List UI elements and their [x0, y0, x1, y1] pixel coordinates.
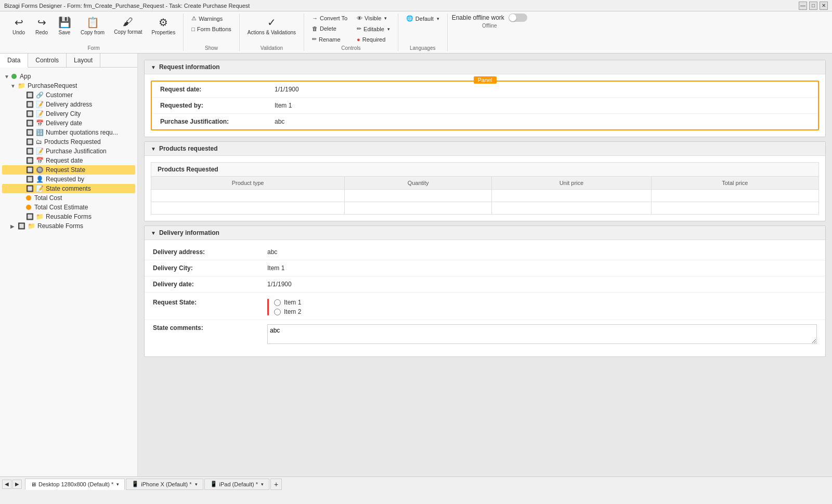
minimize-button[interactable]: — — [799, 2, 807, 10]
tree-item-requested-by[interactable]: 🔲 👤 Requested by — [2, 175, 135, 184]
purchase-justification-label: Purchase Justification: — [160, 118, 275, 125]
nav-right-button[interactable]: ▶ — [12, 480, 22, 489]
tree-item-delivery-city[interactable]: 🔲 📝 Delivery City — [2, 109, 135, 118]
tree-item-delivery-date[interactable]: 🔲 📅 Delivery date — [2, 118, 135, 128]
tab-desktop[interactable]: 🖥 Desktop 1280x800 (Default) * ▾ — [25, 479, 125, 490]
add-tab-button[interactable]: + — [270, 479, 282, 490]
offline-toggle[interactable] — [509, 14, 527, 22]
date-icon: 📅 — [36, 157, 44, 164]
tree-item-total-cost-estimate[interactable]: Total Cost Estimate — [2, 203, 135, 212]
nav-left-button[interactable]: ◀ — [2, 480, 11, 489]
text-icon: 📝 — [36, 148, 44, 155]
show-group-items: ⚠ Warnings □ Form Buttons — [188, 14, 235, 44]
delivery-chevron-icon: ▼ — [151, 230, 156, 236]
actions-validations-button[interactable]: ✓ Actions & Validations — [244, 14, 300, 38]
products-header[interactable]: ▼ Products requested — [145, 142, 825, 156]
toggle-knob — [509, 14, 516, 21]
reusable-forms-label: Reusable Forms — [37, 222, 83, 230]
radio-item-2[interactable]: Item 2 — [274, 308, 301, 315]
default-language-button[interactable]: 🌐 Default ▾ — [402, 14, 443, 23]
requested-by-value: Item 1 — [275, 102, 292, 109]
requested-by-row: Requested by: Item 1 — [152, 98, 818, 114]
editable-button[interactable]: ✏ Editable ▾ — [353, 24, 394, 34]
tree-item-customer[interactable]: 🔲 🔗 Customer — [2, 90, 135, 100]
required-button[interactable]: ● Required — [353, 35, 394, 44]
rename-button[interactable]: ✏ Rename — [308, 34, 351, 44]
tree-item-request-date[interactable]: 🔲 📅 Request date — [2, 156, 135, 165]
desktop-dropdown-icon: ▾ — [116, 482, 119, 487]
field-icon10: 🔲 — [26, 157, 34, 164]
subfield-icon: 🔗 — [36, 91, 44, 99]
bottom-tabs: ◀ ▶ 🖥 Desktop 1280x800 (Default) * ▾ 📱 i… — [0, 476, 832, 491]
field-icon11: 🔲 — [26, 166, 34, 174]
radio-icon: 🔘 — [36, 166, 44, 174]
form-buttons-button[interactable]: □ Form Buttons — [188, 24, 235, 34]
requested-by-field-label: Requested by: — [160, 102, 275, 109]
delete-button[interactable]: 🗑 Delete — [308, 24, 351, 33]
state-comments-input[interactable]: abc — [267, 324, 817, 344]
properties-button[interactable]: ⚙ Properties — [148, 14, 179, 38]
delivery-address-row: Delivery address: abc — [145, 244, 825, 260]
tab-desktop-label: Desktop 1280x800 (Default) * — [38, 481, 113, 487]
tree-item-request-state[interactable]: 🔲 🔘 Request State — [2, 165, 135, 175]
tree-item-delivery-address[interactable]: 🔲 📝 Delivery address — [2, 100, 135, 109]
tab-layout[interactable]: Layout — [67, 54, 100, 67]
delivery-city-label: Delivery City: — [153, 264, 267, 272]
convert-to-button[interactable]: → Convert To — [308, 14, 351, 23]
tree-item-purchase-request[interactable]: ▼ 📁 PurchaseRequest — [2, 81, 135, 90]
field-icon6: 🔲 — [26, 120, 34, 127]
ribbon-group-validation: ✓ Actions & Validations Validation — [240, 14, 304, 51]
ribbon-group-form: ↩ Undo ↪ Redo 💾 Save 📋 Copy from 🖌 — [4, 14, 184, 51]
col-quantity: Quantity — [345, 177, 492, 190]
col-product-type: Product type — [151, 177, 345, 190]
tree-item-number-quotations[interactable]: 🔲 🔢 Number quotations requ... — [2, 128, 135, 137]
field-icon: 🔲 — [26, 91, 34, 99]
offline-group-label: Offline — [482, 23, 497, 29]
title-bar-text: Bizagi Forms Designer - Form: frm_Create… — [4, 3, 250, 9]
tree-item-purchase-justification[interactable]: 🔲 📝 Purchase Justification — [2, 147, 135, 156]
reusable-forms-child-label: Reusable Forms — [46, 213, 92, 220]
reusable-folder-icon: 📁 — [28, 222, 35, 230]
controls-group-items: → Convert To 🗑 Delete ✏ Rename 👁 — [308, 14, 394, 44]
radio-input-2[interactable] — [274, 309, 281, 315]
copy-from-button[interactable]: 📋 Copy from — [77, 14, 108, 38]
customer-label: Customer — [46, 91, 73, 99]
tree-item-products-requested[interactable]: 🔲 🗂 Products Requested — [2, 137, 135, 147]
radio-input-1[interactable] — [274, 299, 281, 306]
request-info-header[interactable]: ▼ Request information — [145, 60, 825, 74]
tree-item-reusable-forms[interactable]: ▶ 🔲 📁 Reusable Forms — [2, 221, 135, 231]
visible-button[interactable]: 👁 Visible ▾ — [353, 14, 394, 23]
nav-arrows: ◀ ▶ — [2, 480, 22, 489]
save-button[interactable]: 💾 Save — [54, 14, 75, 38]
purchase-justification-value: abc — [275, 118, 284, 125]
delivery-address-label: Delivery address — [46, 101, 92, 108]
purchase-request-label: PurchaseRequest — [28, 82, 77, 89]
copy-format-button[interactable]: 🖌 Copy format — [110, 14, 146, 37]
purchase-justification-label: Purchase Justification — [46, 148, 107, 155]
tab-controls[interactable]: Controls — [28, 54, 67, 67]
language-dropdown-icon: ▾ — [437, 16, 439, 21]
delivery-header[interactable]: ▼ Delivery information — [145, 226, 825, 240]
tab-iphone[interactable]: 📱 iPhone X (Default) * ▾ — [126, 479, 203, 490]
radio-item-1[interactable]: Item 1 — [274, 299, 301, 306]
tree-item-app[interactable]: ▼ App — [2, 72, 135, 81]
close-button[interactable]: ✕ — [820, 2, 828, 10]
tab-data[interactable]: Data — [0, 54, 28, 68]
tree-item-state-comments[interactable]: 🔲 📝 State comments — [2, 184, 135, 193]
redo-button[interactable]: ↪ Redo — [31, 14, 52, 38]
state-comments-row: State comments: abc — [145, 320, 825, 352]
tree-item-reusable-forms-child[interactable]: 🔲 📁 Reusable Forms — [2, 212, 135, 221]
desktop-icon: 🖥 — [31, 481, 36, 487]
editable-dropdown-icon: ▾ — [387, 26, 390, 32]
warnings-button[interactable]: ⚠ Warnings — [188, 14, 235, 23]
total-cost-icon — [26, 195, 31, 201]
tab-ipad[interactable]: 📱 iPad (Default) * ▾ — [204, 479, 270, 490]
sidebar: Data Controls Layout ▼ App ▼ 📁 PurchaseR… — [0, 54, 138, 476]
folder-icon: 📁 — [18, 82, 25, 89]
maximize-button[interactable]: □ — [809, 2, 817, 10]
user-icon: 👤 — [36, 176, 44, 183]
undo-button[interactable]: ↩ Undo — [8, 14, 29, 38]
tree-item-total-cost[interactable]: Total Cost — [2, 193, 135, 203]
folder-icon2: 🔲 — [26, 213, 34, 220]
required-bar — [267, 299, 269, 315]
